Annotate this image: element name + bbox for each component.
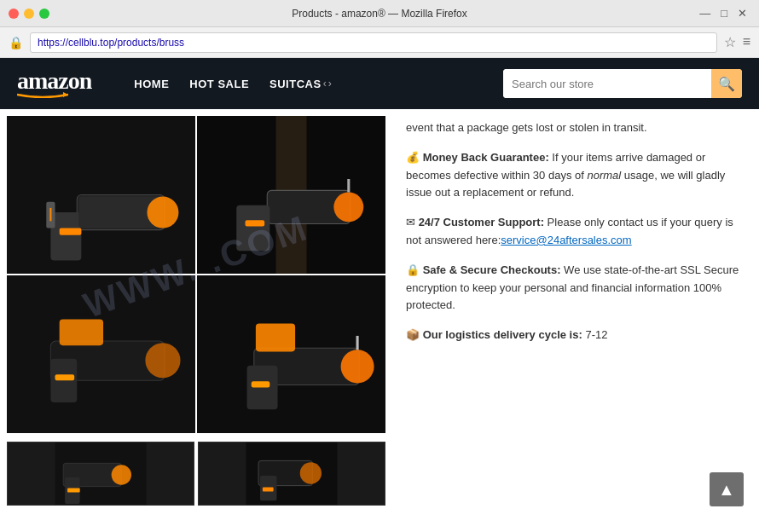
- nav-hot-sale[interactable]: HOT SALE: [189, 78, 249, 90]
- browser-titlebar: Products - amazon® — Mozilla Firefox — □…: [0, 0, 759, 27]
- drill-image-2: [197, 116, 385, 274]
- main-content: WWW. .COM: [0, 109, 759, 532]
- thumbnail-drill-2: [199, 442, 385, 505]
- desc-para-lost: event that a package gets lost or stolen…: [406, 119, 745, 137]
- browser-addressbar: 🔒 ☆ ≡: [0, 27, 759, 58]
- svg-rect-17: [60, 319, 103, 345]
- product-image-1: [7, 116, 195, 274]
- logo-text: amazon: [17, 69, 91, 93]
- svg-rect-11: [236, 205, 269, 251]
- svg-rect-5: [60, 228, 82, 235]
- product-description: event that a package gets lost or stolen…: [392, 109, 759, 532]
- support-icon: ✉: [406, 216, 415, 228]
- site-header: amazon HOME HOT SALE SUITCAS ‹ › 🔍: [0, 58, 759, 109]
- menu-icon[interactable]: ≡: [743, 34, 750, 50]
- svg-point-4: [147, 197, 178, 228]
- money-back-label: Money Back Guarantee:: [423, 151, 549, 164]
- security-icon: 🔒: [9, 36, 23, 49]
- logistics-text: 7-12: [585, 328, 607, 341]
- product-image-3: [7, 275, 195, 433]
- amazon-logo[interactable]: amazon: [17, 69, 91, 98]
- close-button[interactable]: [9, 9, 19, 19]
- logistics-label: Our logistics delivery cycle is:: [423, 328, 582, 341]
- svg-rect-37: [263, 487, 274, 491]
- desc-para-logistics: 📦 Our logistics delivery cycle is: 7-12: [406, 327, 745, 344]
- browser-title: Products - amazon® — Mozilla Firefox: [292, 8, 467, 20]
- secure-icon: 🔒: [406, 263, 420, 276]
- svg-point-25: [341, 350, 374, 383]
- nav-suitcase-group: SUITCAS ‹ ›: [269, 78, 332, 90]
- desc-para-support: ✉ 24/7 Customer Support: Please only con…: [406, 214, 745, 250]
- support-email-link[interactable]: service@24aftersales.com: [501, 234, 631, 246]
- search-button[interactable]: 🔍: [711, 69, 742, 98]
- maximize-button[interactable]: [39, 9, 49, 19]
- product-image-4: [197, 275, 385, 433]
- drill-image-1: [7, 116, 195, 274]
- window-restore-icon[interactable]: □: [717, 7, 731, 20]
- svg-point-31: [112, 465, 131, 484]
- chevron-right-icon[interactable]: ›: [328, 78, 332, 90]
- browser-window-controls: — □ ✕: [696, 7, 750, 20]
- svg-point-19: [145, 343, 180, 378]
- product-image-2: [197, 116, 385, 274]
- search-input[interactable]: [503, 69, 711, 98]
- desc-para-secure: 🔒 Safe & Secure Checkouts: We use state-…: [406, 262, 745, 315]
- money-back-italic: normal: [587, 169, 621, 182]
- address-bar-input[interactable]: [30, 32, 717, 53]
- drill-image-3: [7, 275, 195, 433]
- svg-rect-20: [55, 374, 75, 380]
- window-close-icon[interactable]: ✕: [734, 7, 750, 20]
- nav-home[interactable]: HOME: [134, 78, 169, 90]
- secure-label: Safe & Secure Checkouts:: [423, 263, 561, 276]
- svg-rect-2: [50, 212, 81, 261]
- window-minimize-icon[interactable]: —: [696, 7, 714, 20]
- svg-point-12: [333, 192, 363, 222]
- chevron-up-icon: ▲: [718, 480, 735, 500]
- product-thumbnails-row: [7, 435, 385, 512]
- browser-window-buttons[interactable]: [9, 9, 49, 19]
- minimize-button[interactable]: [24, 9, 34, 19]
- product-images-section: WWW. .COM: [0, 109, 392, 532]
- thumbnail-drill-1: [8, 442, 194, 505]
- logistics-icon: 📦: [406, 328, 420, 341]
- address-bar-icons: ☆ ≡: [724, 34, 750, 50]
- support-label: 24/7 Customer Support:: [419, 216, 544, 228]
- bookmark-icon[interactable]: ☆: [724, 34, 736, 50]
- product-thumbnail-2[interactable]: [198, 442, 385, 506]
- main-nav: HOME HOT SALE SUITCAS ‹ ›: [134, 78, 331, 90]
- svg-rect-32: [67, 488, 80, 492]
- svg-rect-27: [252, 381, 270, 387]
- desc-lost-text: event that a package gets lost or stolen…: [406, 121, 647, 134]
- scroll-to-top-button[interactable]: ▲: [710, 472, 744, 506]
- search-icon: 🔍: [718, 76, 735, 92]
- svg-rect-24: [256, 324, 295, 352]
- svg-point-36: [300, 462, 322, 483]
- chevron-left-icon[interactable]: ‹: [323, 78, 327, 90]
- product-thumbnail-1[interactable]: [7, 442, 194, 506]
- money-back-icon: 💰: [406, 151, 420, 164]
- nav-suitcase[interactable]: SUITCAS: [269, 78, 322, 90]
- drill-image-4: [197, 275, 385, 433]
- svg-rect-13: [246, 220, 265, 226]
- logo-arrow-icon: [17, 91, 68, 98]
- search-bar: 🔍: [503, 69, 742, 98]
- desc-para-money-back: 💰 Money Back Guarantee: If your items ar…: [406, 149, 745, 202]
